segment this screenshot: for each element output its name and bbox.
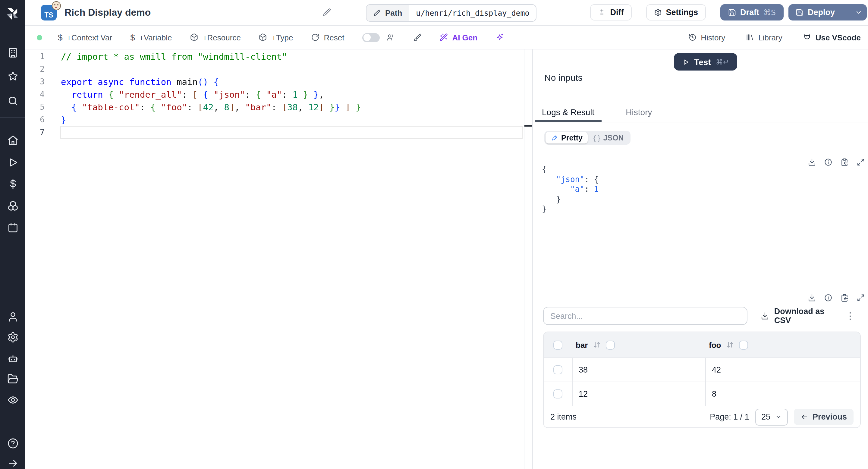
- package-icon: [259, 33, 267, 41]
- sort-foo-button[interactable]: [726, 341, 734, 348]
- table-info-button[interactable]: [824, 293, 832, 302]
- deploy-main[interactable]: Deploy: [789, 5, 841, 20]
- code-line[interactable]: 2: [25, 63, 524, 75]
- table-row[interactable]: 3842: [544, 357, 860, 382]
- cell-bar: 38: [572, 358, 705, 382]
- splitter-handle[interactable]: [524, 125, 532, 127]
- no-inputs-label: No inputs: [544, 72, 583, 83]
- lang-label: TS: [44, 11, 53, 19]
- table-menu-button[interactable]: ⋮: [843, 310, 857, 321]
- copy-table-button[interactable]: [840, 293, 849, 302]
- app-window: TS Rich Display demo Path u/henri/rich_d…: [0, 0, 868, 469]
- code-line[interactable]: 4 return { "render_all": [ { "json": { "…: [25, 88, 524, 101]
- deploy-dropdown[interactable]: [850, 5, 866, 20]
- deploy-button[interactable]: Deploy: [788, 4, 867, 21]
- add-variable-button[interactable]: $ +Variable: [130, 33, 172, 42]
- arrow-left-icon: [801, 413, 808, 421]
- reset-button[interactable]: Reset: [311, 33, 344, 42]
- previous-page-button[interactable]: Previous: [794, 409, 854, 425]
- assistant-toggle[interactable]: [362, 33, 380, 42]
- code-line[interactable]: 6}: [25, 113, 524, 126]
- sidebar-expand-button[interactable]: [4, 454, 22, 469]
- sidebar-item-audit-logs[interactable]: [4, 390, 22, 409]
- page-size-select[interactable]: 25: [755, 408, 788, 425]
- package-icon: [190, 33, 198, 41]
- diff-button[interactable]: Diff: [590, 4, 632, 21]
- pretty-view-option[interactable]: Pretty: [546, 132, 588, 144]
- add-context-var-button[interactable]: $ +Context Var: [58, 33, 112, 42]
- format-brush-button[interactable]: [413, 33, 421, 41]
- windmill-logo[interactable]: [5, 5, 21, 21]
- json-result-view: { "json": { "a": 1 }}: [542, 164, 598, 214]
- refresh-icon: [311, 33, 319, 41]
- path-label-segment: Path: [367, 5, 409, 21]
- sidebar-item-schedules[interactable]: [4, 218, 22, 236]
- add-type-button[interactable]: +Type: [259, 33, 293, 42]
- download-csv-button[interactable]: Download as CSV: [761, 307, 843, 325]
- download-table-button[interactable]: [808, 293, 816, 302]
- line-number: 4: [25, 90, 44, 99]
- test-button[interactable]: Test ⌘↵: [674, 53, 737, 70]
- library-icon: [746, 33, 754, 41]
- use-vscode-button[interactable]: Use VScode: [803, 33, 861, 42]
- sidebar-item-workers[interactable]: [4, 350, 22, 368]
- sidebar-item-search[interactable]: [4, 92, 22, 110]
- code-line[interactable]: 7: [25, 126, 524, 139]
- sidebar-item-folders[interactable]: [4, 370, 22, 387]
- path-field[interactable]: Path u/henri/rich_display_demo: [366, 4, 537, 22]
- add-resource-button[interactable]: +Resource: [190, 33, 241, 42]
- code-line[interactable]: 3export async function main() {: [25, 75, 524, 88]
- sidebar-item-runs[interactable]: [4, 153, 22, 171]
- result-line: }: [542, 194, 598, 205]
- expand-table-button[interactable]: [857, 293, 865, 302]
- sidebar-item-variables[interactable]: [4, 175, 22, 193]
- sidebar-item-favorites[interactable]: [4, 67, 22, 85]
- edit-title-icon[interactable]: [322, 8, 332, 17]
- draft-shortcut: ⌘S: [764, 8, 776, 17]
- download-result-button[interactable]: [808, 158, 816, 166]
- table-row[interactable]: 128: [544, 382, 860, 406]
- sidebar-item-users[interactable]: [4, 307, 22, 325]
- code-lines[interactable]: 1// import * as wmill from "windmill-cli…: [25, 50, 524, 139]
- expand-result-button[interactable]: [857, 158, 865, 166]
- draft-button[interactable]: Draft ⌘S: [720, 4, 784, 21]
- column-bar-checkbox[interactable]: [606, 340, 615, 349]
- tab-history[interactable]: History: [618, 104, 659, 122]
- copy-result-button[interactable]: [840, 158, 849, 166]
- sidebar-item-settings[interactable]: [4, 328, 22, 346]
- result-info-button[interactable]: [824, 158, 832, 166]
- code-line[interactable]: 5 { "table-col": { "foo": [42, 8], "bar"…: [25, 101, 524, 113]
- toggle-knob: [363, 34, 370, 41]
- line-number: 1: [25, 52, 44, 61]
- typescript-badge[interactable]: TS: [41, 5, 57, 21]
- row-checkbox[interactable]: [553, 389, 562, 399]
- select-all-checkbox[interactable]: [553, 340, 562, 349]
- settings-button[interactable]: Settings: [646, 4, 706, 21]
- search-input[interactable]: [543, 307, 748, 325]
- library-button[interactable]: Library: [746, 33, 782, 42]
- sidebar-item-workspace[interactable]: [4, 43, 22, 61]
- toolbar-right: History Library Use VScode: [688, 33, 861, 42]
- sidebar: [0, 0, 25, 469]
- path-value[interactable]: u/henri/rich_display_demo: [409, 5, 536, 21]
- code-editor[interactable]: 1// import * as wmill from "windmill-cli…: [25, 50, 524, 469]
- cell-foo: 42: [705, 358, 860, 382]
- sort-bar-button[interactable]: [593, 341, 600, 348]
- row-checkbox[interactable]: [553, 365, 562, 374]
- sidebar-item-resources[interactable]: [4, 196, 22, 215]
- save-icon: [796, 8, 804, 16]
- pencil-icon: [373, 9, 381, 17]
- chevron-down-icon: [775, 413, 782, 420]
- sparkles-button[interactable]: [495, 33, 504, 41]
- history-button[interactable]: History: [688, 33, 725, 42]
- code-line[interactable]: 1// import * as wmill from "windmill-cli…: [25, 50, 524, 63]
- sidebar-item-help[interactable]: [4, 434, 22, 452]
- json-view-option[interactable]: { } JSON: [588, 132, 629, 144]
- sidebar-item-home[interactable]: [4, 131, 22, 149]
- tab-logs-result[interactable]: Logs & Result: [535, 104, 601, 122]
- users-icon-button[interactable]: [386, 33, 395, 41]
- column-foo-checkbox[interactable]: [739, 340, 748, 349]
- save-icon: [728, 8, 736, 16]
- panel-splitter[interactable]: [524, 50, 532, 469]
- ai-gen-button[interactable]: AI Gen: [439, 33, 477, 42]
